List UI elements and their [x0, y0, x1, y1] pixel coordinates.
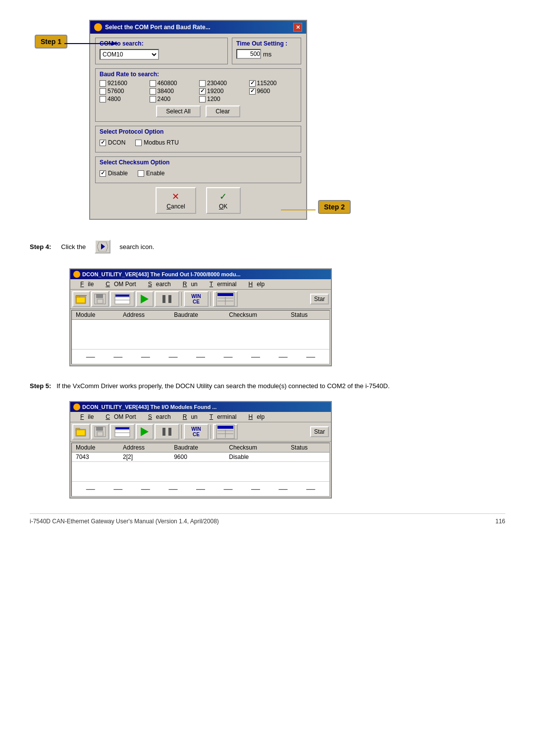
disable-label: Disable — [108, 170, 128, 177]
toolbar-save-btn-1[interactable] — [91, 291, 109, 307]
toolbar-wince-btn-1[interactable]: WIN CE — [184, 291, 209, 307]
dcon2-title-icon — [73, 403, 80, 410]
baud-230400-label: 230400 — [207, 80, 227, 87]
toolbar-pause-btn-2[interactable] — [155, 424, 179, 440]
baud-19200-checkbox[interactable] — [199, 88, 206, 95]
toolbar-play-btn-1[interactable] — [136, 291, 154, 307]
timeout-input[interactable] — [236, 49, 261, 59]
baud-9600-checkbox[interactable] — [249, 88, 256, 95]
toolbar-star-btn-1[interactable]: Star — [310, 294, 329, 304]
svg-rect-20 — [168, 295, 171, 303]
checksum-group: Select Checksum Option Disable Enable — [95, 156, 301, 183]
menu-terminal-1[interactable]: Terminal — [202, 280, 241, 288]
step5-section: Step 5: If the VxComm Driver works prope… — [30, 381, 505, 391]
ok-label: OK — [219, 203, 227, 210]
toolbar-open-btn-1[interactable] — [72, 291, 90, 307]
toolbar-open-btn-2[interactable] — [72, 424, 90, 440]
toolbar-sep-3 — [181, 425, 182, 439]
footer-text: i-7540D CAN-Ethernet Gateway User's Manu… — [30, 518, 219, 525]
toolbar-pause-btn-1[interactable] — [155, 291, 179, 307]
toolbar-wince-btn-2[interactable]: WIN CE — [184, 424, 209, 440]
col-module-2: Module — [72, 443, 119, 453]
dcon1-content: Module Address Baudrate Checksum Status … — [71, 310, 330, 364]
step2-label: Step 2 — [318, 200, 351, 214]
dcon1-table: Module Address Baudrate Checksum Status — [72, 310, 329, 350]
protocol-group: Select Protocol Option DCON Modbus RTU — [95, 126, 301, 152]
search-icon-box[interactable] — [95, 240, 110, 253]
select-all-button[interactable]: Select All — [156, 105, 200, 117]
col-status-1: Status — [287, 310, 329, 320]
ok-button[interactable]: ✓ OK — [206, 187, 241, 214]
baud-1200-checkbox[interactable] — [199, 96, 206, 102]
dcon2-table: Module Address Baudrate Checksum Status … — [72, 443, 329, 482]
page-footer: i-7540D CAN-Ethernet Gateway User's Manu… — [30, 513, 505, 525]
col-checksum-2: Checksum — [225, 443, 287, 453]
menu-run-2[interactable]: Run — [175, 413, 202, 421]
dash-line-1: ————————— — [72, 350, 329, 364]
baud-legend: Baud Rate to search: — [100, 71, 297, 78]
menu-run-1[interactable]: Run — [175, 280, 202, 288]
menu-comport-1[interactable]: COM Port — [98, 280, 140, 288]
col-module-1: Module — [72, 310, 119, 320]
step4-section: Step 4: Click the search icon. — [30, 240, 505, 253]
baud-38400-checkbox[interactable] — [150, 88, 156, 95]
dcon1-title: DCON_UTILITY_VER[443] The Found Out I-70… — [82, 271, 241, 277]
svg-rect-38 — [162, 428, 165, 436]
dcon-label: DCON — [108, 139, 125, 146]
checksum-legend: Select Checksum Option — [100, 159, 297, 166]
dialog-title-icon — [94, 23, 102, 31]
svg-rect-32 — [98, 432, 103, 436]
baud-460800-checkbox[interactable] — [150, 80, 156, 87]
col-checksum-1: Checksum — [225, 310, 287, 320]
close-button[interactable]: ✕ — [293, 23, 302, 32]
menu-search-1[interactable]: Search — [140, 280, 175, 288]
svg-rect-28 — [77, 430, 85, 435]
enable-checkbox[interactable] — [138, 170, 144, 177]
svg-rect-36 — [115, 427, 129, 429]
disable-checkbox[interactable] — [100, 170, 106, 177]
toolbar-save-btn-2[interactable] — [91, 424, 109, 440]
baud-230400-checkbox[interactable] — [199, 80, 206, 87]
baud-2400-checkbox[interactable] — [150, 96, 156, 102]
dcon-window-2: DCON_UTILITY_VER[443] The I/O Modules Fo… — [69, 401, 332, 499]
modbus-checkbox[interactable] — [135, 140, 142, 146]
svg-rect-8 — [76, 295, 87, 296]
clear-button[interactable]: Clear — [206, 105, 240, 117]
baud-57600-checkbox[interactable] — [100, 88, 106, 95]
baud-grid: 921600 460800 230400 115200 57600 38400 … — [100, 80, 297, 102]
table-row: 7043 2[2] 9600 Disable — [72, 452, 329, 461]
menu-file-1[interactable]: File — [72, 280, 98, 288]
toolbar-star-btn-2[interactable]: Star — [310, 426, 329, 437]
toolbar-config-btn-2[interactable] — [213, 424, 238, 440]
toolbar-list-btn-1[interactable] — [110, 291, 135, 307]
baud-460800-label: 460800 — [158, 80, 177, 87]
dcon-window-1: DCON_UTILITY_VER[443] The Found Out I-70… — [69, 268, 332, 366]
dcon2-menubar: File COM Port Search Run Terminal Help — [70, 412, 331, 422]
dcon-checkbox[interactable] — [100, 140, 106, 146]
menu-terminal-2[interactable]: Terminal — [202, 413, 241, 421]
svg-rect-17 — [115, 295, 129, 297]
dialog-title: Select the COM Port and Baud Rate... — [105, 24, 211, 31]
toolbar-list-btn-2[interactable] — [110, 424, 135, 440]
menu-help-2[interactable]: Help — [240, 413, 268, 421]
col-address-2: Address — [119, 443, 170, 453]
cancel-button[interactable]: ✕ Cancel — [156, 187, 196, 214]
menu-help-1[interactable]: Help — [240, 280, 268, 288]
dcon1-toolbar: WIN CE Star — [70, 290, 331, 309]
baud-921600-checkbox[interactable] — [100, 80, 106, 87]
toolbar-config-btn-1[interactable] — [213, 291, 238, 307]
toolbar-sep-2 — [211, 292, 211, 306]
dcon2-title: DCON_UTILITY_VER[443] The I/O Modules Fo… — [82, 404, 216, 410]
menu-search-2[interactable]: Search — [140, 413, 175, 421]
menu-file-2[interactable]: File — [72, 413, 98, 421]
svg-rect-22 — [217, 293, 233, 296]
cell-module: 7043 — [72, 452, 119, 461]
cell-address: 2[2] — [119, 452, 170, 461]
dcon2-title-bar: DCON_UTILITY_VER[443] The I/O Modules Fo… — [70, 402, 331, 412]
menu-comport-2[interactable]: COM Port — [98, 413, 140, 421]
baud-57600-label: 57600 — [107, 88, 124, 95]
toolbar-sep-1 — [181, 292, 182, 306]
toolbar-play-btn-2[interactable] — [136, 424, 154, 440]
baud-115200-checkbox[interactable] — [249, 80, 256, 87]
baud-4800-checkbox[interactable] — [100, 96, 106, 102]
